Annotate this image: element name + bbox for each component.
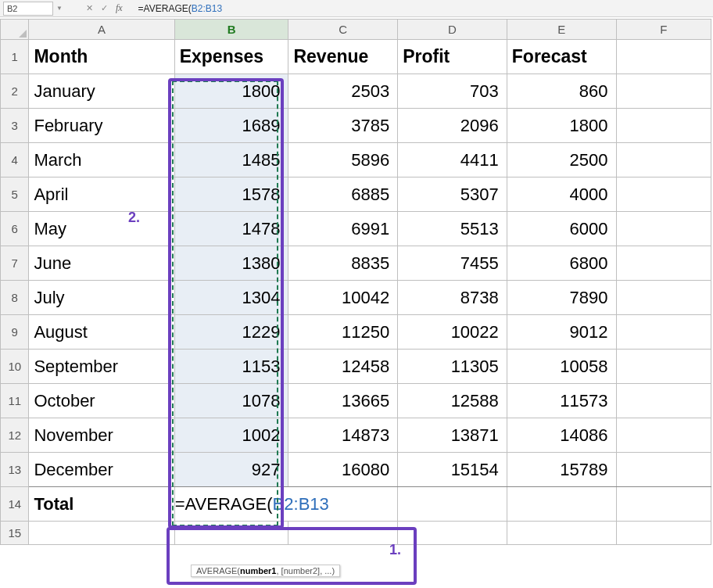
cell-B15[interactable]	[174, 522, 288, 545]
cell-A12[interactable]: November	[29, 418, 174, 453]
cell-A9[interactable]: August	[29, 315, 174, 350]
cell-A15[interactable]	[29, 522, 174, 545]
row-header-13[interactable]: 13	[1, 453, 29, 487]
cell-F14[interactable]	[616, 487, 711, 522]
cell-A6[interactable]: May	[29, 212, 174, 246]
cell-C13[interactable]: 16080	[288, 453, 398, 487]
cell-C1[interactable]: Revenue	[288, 40, 398, 74]
row-header-3[interactable]: 3	[1, 109, 29, 143]
col-header-E[interactable]: E	[507, 20, 616, 40]
row-header-5[interactable]: 5	[1, 177, 29, 212]
cell-F3[interactable]	[616, 109, 711, 143]
col-header-F[interactable]: F	[616, 20, 711, 40]
cell-D2[interactable]: 703	[398, 74, 507, 109]
cell-B10[interactable]: 1153	[174, 350, 288, 384]
cell-A13[interactable]: December	[29, 453, 174, 487]
cell-F15[interactable]	[616, 522, 711, 545]
cell-E12[interactable]: 14086	[507, 418, 616, 453]
cell-F6[interactable]	[616, 212, 711, 246]
cell-C2[interactable]: 2503	[288, 74, 398, 109]
cell-C7[interactable]: 8835	[288, 246, 398, 281]
cell-C5[interactable]: 6885	[288, 177, 398, 212]
cell-D14[interactable]	[398, 487, 507, 522]
cell-F5[interactable]	[616, 177, 711, 212]
cell-F11[interactable]	[616, 384, 711, 418]
row-header-1[interactable]: 1	[1, 40, 29, 74]
cell-A4[interactable]: March	[29, 143, 174, 177]
cell-F1[interactable]	[616, 40, 711, 74]
cell-F10[interactable]	[616, 350, 711, 384]
cell-D3[interactable]: 2096	[398, 109, 507, 143]
cell-E5[interactable]: 4000	[507, 177, 616, 212]
cell-D13[interactable]: 15154	[398, 453, 507, 487]
cell-A2[interactable]: January	[29, 74, 174, 109]
cell-E4[interactable]: 2500	[507, 143, 616, 177]
row-header-14[interactable]: 14	[1, 487, 29, 522]
cell-F7[interactable]	[616, 246, 711, 281]
cell-E13[interactable]: 15789	[507, 453, 616, 487]
cell-B13[interactable]: 927	[174, 453, 288, 487]
row-header-9[interactable]: 9	[1, 315, 29, 350]
cell-D5[interactable]: 5307	[398, 177, 507, 212]
cell-D1[interactable]: Profit	[398, 40, 507, 74]
cell-D4[interactable]: 4411	[398, 143, 507, 177]
cell-E14[interactable]	[507, 487, 616, 522]
cell-D11[interactable]: 12588	[398, 384, 507, 418]
cell-F8[interactable]	[616, 281, 711, 315]
cell-B6[interactable]: 1478	[174, 212, 288, 246]
cell-E6[interactable]: 6000	[507, 212, 616, 246]
cell-D15[interactable]	[398, 522, 507, 545]
cell-C11[interactable]: 13665	[288, 384, 398, 418]
name-box[interactable]: B2	[3, 2, 53, 16]
cell-B2[interactable]: 1800	[174, 74, 288, 109]
cell-B11[interactable]: 1078	[174, 384, 288, 418]
cell-C12[interactable]: 14873	[288, 418, 398, 453]
cell-B8[interactable]: 1304	[174, 281, 288, 315]
formula-bar-input[interactable]: =AVERAGE(B2:B13	[138, 3, 295, 14]
row-header-4[interactable]: 4	[1, 143, 29, 177]
cell-A3[interactable]: February	[29, 109, 174, 143]
cell-D6[interactable]: 5513	[398, 212, 507, 246]
cell-F13[interactable]	[616, 453, 711, 487]
cell-B5[interactable]: 1578	[174, 177, 288, 212]
cell-E8[interactable]: 7890	[507, 281, 616, 315]
cell-E3[interactable]: 1800	[507, 109, 616, 143]
cell-E11[interactable]: 11573	[507, 384, 616, 418]
cell-F9[interactable]	[616, 315, 711, 350]
cell-E7[interactable]: 6800	[507, 246, 616, 281]
cell-B4[interactable]: 1485	[174, 143, 288, 177]
cell-A11[interactable]: October	[29, 384, 174, 418]
col-header-D[interactable]: D	[398, 20, 507, 40]
col-header-B[interactable]: B	[174, 20, 288, 40]
col-header-C[interactable]: C	[288, 20, 398, 40]
cell-A10[interactable]: September	[29, 350, 174, 384]
cell-A7[interactable]: June	[29, 246, 174, 281]
cell-C3[interactable]: 3785	[288, 109, 398, 143]
cell-B7[interactable]: 1380	[174, 246, 288, 281]
cell-C8[interactable]: 10042	[288, 281, 398, 315]
row-header-12[interactable]: 12	[1, 418, 29, 453]
cell-A14[interactable]: Total	[29, 487, 174, 522]
cell-E15[interactable]	[507, 522, 616, 545]
cell-E1[interactable]: Forecast	[507, 40, 616, 74]
cell-E10[interactable]: 10058	[507, 350, 616, 384]
cell-D7[interactable]: 7455	[398, 246, 507, 281]
row-header-11[interactable]: 11	[1, 384, 29, 418]
grid[interactable]: A B C D E F 1MonthExpensesRevenueProfitF…	[0, 19, 711, 545]
row-header-2[interactable]: 2	[1, 74, 29, 109]
enter-icon[interactable]: ✓	[101, 3, 108, 13]
row-header-8[interactable]: 8	[1, 281, 29, 315]
cell-C15[interactable]	[288, 522, 398, 545]
cell-F4[interactable]	[616, 143, 711, 177]
cell-D12[interactable]: 13871	[398, 418, 507, 453]
cell-C10[interactable]: 12458	[288, 350, 398, 384]
cell-A5[interactable]: April	[29, 177, 174, 212]
cell-B9[interactable]: 1229	[174, 315, 288, 350]
cell-E2[interactable]: 860	[507, 74, 616, 109]
cell-B3[interactable]: 1689	[174, 109, 288, 143]
cell-F2[interactable]	[616, 74, 711, 109]
cell-B12[interactable]: 1002	[174, 418, 288, 453]
cell-D9[interactable]: 10022	[398, 315, 507, 350]
cell-C6[interactable]: 6991	[288, 212, 398, 246]
row-header-6[interactable]: 6	[1, 212, 29, 246]
